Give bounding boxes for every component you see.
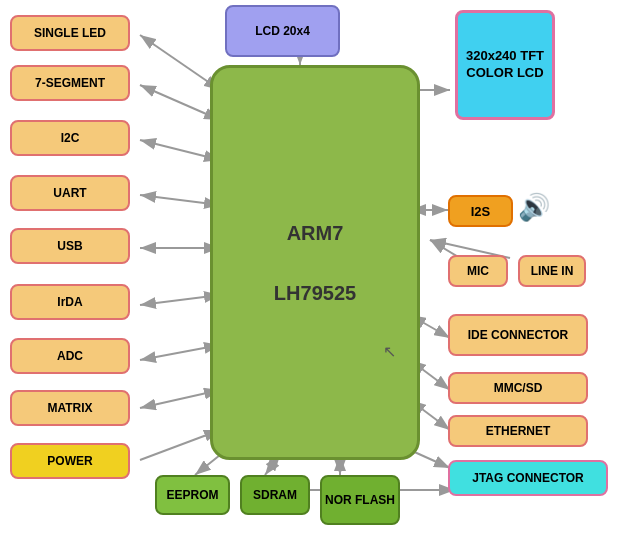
adc-box: ADC [10,338,130,374]
jtag-connector-box: JTAG CONNECTOR [448,460,608,496]
matrix-box: MATRIX [10,390,130,426]
svg-line-7 [140,295,220,305]
svg-line-5 [140,195,220,205]
i2s-box: I2S [448,195,513,227]
ethernet-box: ETHERNET [448,415,588,447]
speaker-icon: 🔊 [518,192,550,223]
svg-line-19 [410,450,450,468]
sdram-box: SDRAM [240,475,310,515]
mic-box: MIC [448,255,508,287]
svg-line-10 [140,430,220,460]
svg-line-4 [140,140,220,160]
seven-segment-box: 7-SEGMENT [10,65,130,101]
power-box: POWER [10,443,130,479]
mmcsd-box: MMC/SD [448,372,588,404]
linein-box: LINE IN [518,255,586,287]
svg-line-2 [140,35,220,90]
cursor: ↖ [383,342,396,361]
svg-line-8 [140,345,220,360]
irda-box: IrDA [10,284,130,320]
tft-box: 320x240 TFT COLOR LCD [455,10,555,120]
lcd-box: LCD 20x4 [225,5,340,57]
eeprom-box: EEPROM [155,475,230,515]
norflash-box: NOR FLASH [320,475,400,525]
i2c-box: I2C [10,120,130,156]
diagram: SINGLE LED 7-SEGMENT I2C UART USB IrDA A… [0,0,628,539]
uart-box: UART [10,175,130,211]
single-led-box: SINGLE LED [10,15,130,51]
usb-box: USB [10,228,130,264]
arm-box: ARM7 LH79525 [210,65,420,460]
svg-line-20 [195,455,220,475]
ide-connector-box: IDE CONNECTOR [448,314,588,356]
svg-line-3 [140,85,220,120]
svg-line-9 [140,390,220,408]
